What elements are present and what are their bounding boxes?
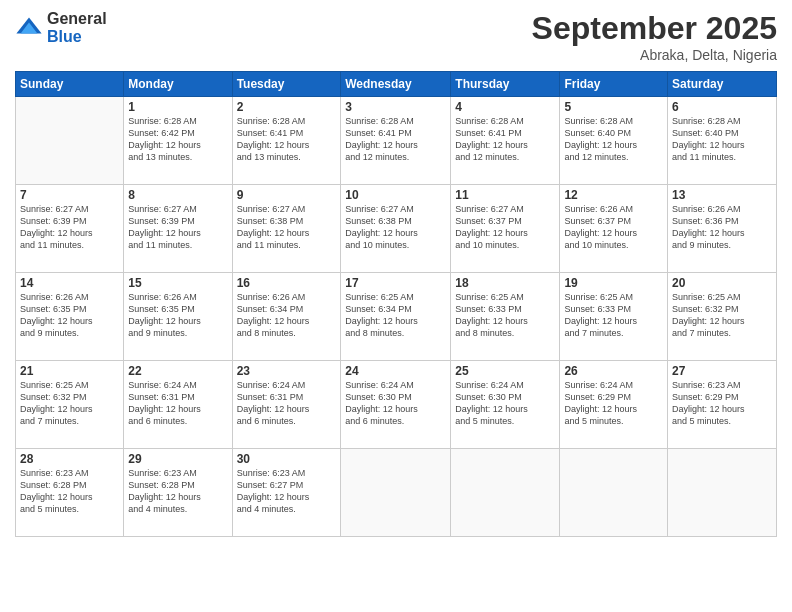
calendar-week-row: 21Sunrise: 6:25 AM Sunset: 6:32 PM Dayli… xyxy=(16,361,777,449)
calendar-day-cell: 7Sunrise: 6:27 AM Sunset: 6:39 PM Daylig… xyxy=(16,185,124,273)
calendar-day-cell: 30Sunrise: 6:23 AM Sunset: 6:27 PM Dayli… xyxy=(232,449,341,537)
calendar-day-cell: 27Sunrise: 6:23 AM Sunset: 6:29 PM Dayli… xyxy=(668,361,777,449)
logo-icon xyxy=(15,14,43,42)
day-info: Sunrise: 6:27 AM Sunset: 6:37 PM Dayligh… xyxy=(455,203,555,252)
day-info: Sunrise: 6:28 AM Sunset: 6:42 PM Dayligh… xyxy=(128,115,227,164)
calendar-day-cell: 15Sunrise: 6:26 AM Sunset: 6:35 PM Dayli… xyxy=(124,273,232,361)
calendar-day-cell: 14Sunrise: 6:26 AM Sunset: 6:35 PM Dayli… xyxy=(16,273,124,361)
location: Abraka, Delta, Nigeria xyxy=(532,47,777,63)
day-number: 2 xyxy=(237,100,337,114)
calendar-day-cell: 2Sunrise: 6:28 AM Sunset: 6:41 PM Daylig… xyxy=(232,97,341,185)
calendar-day-cell: 10Sunrise: 6:27 AM Sunset: 6:38 PM Dayli… xyxy=(341,185,451,273)
day-info: Sunrise: 6:28 AM Sunset: 6:41 PM Dayligh… xyxy=(345,115,446,164)
calendar-day-cell: 3Sunrise: 6:28 AM Sunset: 6:41 PM Daylig… xyxy=(341,97,451,185)
calendar-day-cell: 5Sunrise: 6:28 AM Sunset: 6:40 PM Daylig… xyxy=(560,97,668,185)
calendar-day-cell xyxy=(668,449,777,537)
day-number: 14 xyxy=(20,276,119,290)
day-info: Sunrise: 6:26 AM Sunset: 6:36 PM Dayligh… xyxy=(672,203,772,252)
calendar-day-cell: 17Sunrise: 6:25 AM Sunset: 6:34 PM Dayli… xyxy=(341,273,451,361)
day-number: 8 xyxy=(128,188,227,202)
calendar-day-cell: 25Sunrise: 6:24 AM Sunset: 6:30 PM Dayli… xyxy=(451,361,560,449)
day-number: 4 xyxy=(455,100,555,114)
calendar-header-row: SundayMondayTuesdayWednesdayThursdayFrid… xyxy=(16,72,777,97)
calendar-day-cell: 16Sunrise: 6:26 AM Sunset: 6:34 PM Dayli… xyxy=(232,273,341,361)
day-number: 24 xyxy=(345,364,446,378)
calendar-day-cell: 9Sunrise: 6:27 AM Sunset: 6:38 PM Daylig… xyxy=(232,185,341,273)
calendar-day-header: Sunday xyxy=(16,72,124,97)
day-number: 13 xyxy=(672,188,772,202)
calendar-day-cell: 4Sunrise: 6:28 AM Sunset: 6:41 PM Daylig… xyxy=(451,97,560,185)
day-info: Sunrise: 6:28 AM Sunset: 6:41 PM Dayligh… xyxy=(237,115,337,164)
day-number: 10 xyxy=(345,188,446,202)
day-info: Sunrise: 6:24 AM Sunset: 6:31 PM Dayligh… xyxy=(237,379,337,428)
day-info: Sunrise: 6:25 AM Sunset: 6:32 PM Dayligh… xyxy=(20,379,119,428)
calendar-day-cell xyxy=(560,449,668,537)
calendar-day-cell: 26Sunrise: 6:24 AM Sunset: 6:29 PM Dayli… xyxy=(560,361,668,449)
calendar-week-row: 28Sunrise: 6:23 AM Sunset: 6:28 PM Dayli… xyxy=(16,449,777,537)
day-number: 11 xyxy=(455,188,555,202)
day-number: 29 xyxy=(128,452,227,466)
day-number: 7 xyxy=(20,188,119,202)
calendar-day-cell: 13Sunrise: 6:26 AM Sunset: 6:36 PM Dayli… xyxy=(668,185,777,273)
day-info: Sunrise: 6:26 AM Sunset: 6:35 PM Dayligh… xyxy=(20,291,119,340)
day-info: Sunrise: 6:27 AM Sunset: 6:39 PM Dayligh… xyxy=(20,203,119,252)
day-number: 20 xyxy=(672,276,772,290)
day-info: Sunrise: 6:25 AM Sunset: 6:32 PM Dayligh… xyxy=(672,291,772,340)
calendar-day-cell: 28Sunrise: 6:23 AM Sunset: 6:28 PM Dayli… xyxy=(16,449,124,537)
day-info: Sunrise: 6:24 AM Sunset: 6:29 PM Dayligh… xyxy=(564,379,663,428)
calendar-day-cell: 12Sunrise: 6:26 AM Sunset: 6:37 PM Dayli… xyxy=(560,185,668,273)
calendar-day-header: Saturday xyxy=(668,72,777,97)
calendar-day-header: Tuesday xyxy=(232,72,341,97)
title-section: September 2025 Abraka, Delta, Nigeria xyxy=(532,10,777,63)
calendar-week-row: 1Sunrise: 6:28 AM Sunset: 6:42 PM Daylig… xyxy=(16,97,777,185)
calendar-day-cell: 21Sunrise: 6:25 AM Sunset: 6:32 PM Dayli… xyxy=(16,361,124,449)
calendar-day-cell: 23Sunrise: 6:24 AM Sunset: 6:31 PM Dayli… xyxy=(232,361,341,449)
calendar-day-header: Monday xyxy=(124,72,232,97)
day-number: 9 xyxy=(237,188,337,202)
day-number: 30 xyxy=(237,452,337,466)
day-number: 21 xyxy=(20,364,119,378)
day-number: 22 xyxy=(128,364,227,378)
calendar-day-cell xyxy=(341,449,451,537)
calendar-day-cell: 24Sunrise: 6:24 AM Sunset: 6:30 PM Dayli… xyxy=(341,361,451,449)
calendar-day-cell: 11Sunrise: 6:27 AM Sunset: 6:37 PM Dayli… xyxy=(451,185,560,273)
header: General Blue September 2025 Abraka, Delt… xyxy=(15,10,777,63)
calendar-day-cell: 19Sunrise: 6:25 AM Sunset: 6:33 PM Dayli… xyxy=(560,273,668,361)
day-number: 19 xyxy=(564,276,663,290)
day-info: Sunrise: 6:25 AM Sunset: 6:33 PM Dayligh… xyxy=(455,291,555,340)
calendar-day-cell: 18Sunrise: 6:25 AM Sunset: 6:33 PM Dayli… xyxy=(451,273,560,361)
calendar-day-cell: 8Sunrise: 6:27 AM Sunset: 6:39 PM Daylig… xyxy=(124,185,232,273)
day-info: Sunrise: 6:23 AM Sunset: 6:27 PM Dayligh… xyxy=(237,467,337,516)
day-number: 18 xyxy=(455,276,555,290)
month-title: September 2025 xyxy=(532,10,777,47)
day-info: Sunrise: 6:26 AM Sunset: 6:37 PM Dayligh… xyxy=(564,203,663,252)
day-number: 5 xyxy=(564,100,663,114)
logo-blue-text: Blue xyxy=(47,28,107,46)
day-info: Sunrise: 6:28 AM Sunset: 6:40 PM Dayligh… xyxy=(564,115,663,164)
day-info: Sunrise: 6:24 AM Sunset: 6:31 PM Dayligh… xyxy=(128,379,227,428)
day-number: 17 xyxy=(345,276,446,290)
day-number: 26 xyxy=(564,364,663,378)
logo: General Blue xyxy=(15,10,107,45)
day-info: Sunrise: 6:26 AM Sunset: 6:35 PM Dayligh… xyxy=(128,291,227,340)
day-info: Sunrise: 6:28 AM Sunset: 6:41 PM Dayligh… xyxy=(455,115,555,164)
day-number: 12 xyxy=(564,188,663,202)
logo-text: General Blue xyxy=(47,10,107,45)
day-info: Sunrise: 6:23 AM Sunset: 6:28 PM Dayligh… xyxy=(20,467,119,516)
day-info: Sunrise: 6:25 AM Sunset: 6:33 PM Dayligh… xyxy=(564,291,663,340)
day-number: 16 xyxy=(237,276,337,290)
day-info: Sunrise: 6:23 AM Sunset: 6:29 PM Dayligh… xyxy=(672,379,772,428)
day-info: Sunrise: 6:24 AM Sunset: 6:30 PM Dayligh… xyxy=(455,379,555,428)
logo-general-text: General xyxy=(47,10,107,28)
day-number: 1 xyxy=(128,100,227,114)
calendar-day-header: Wednesday xyxy=(341,72,451,97)
day-info: Sunrise: 6:27 AM Sunset: 6:38 PM Dayligh… xyxy=(345,203,446,252)
calendar-day-cell xyxy=(16,97,124,185)
day-number: 15 xyxy=(128,276,227,290)
day-number: 28 xyxy=(20,452,119,466)
day-info: Sunrise: 6:28 AM Sunset: 6:40 PM Dayligh… xyxy=(672,115,772,164)
calendar-week-row: 7Sunrise: 6:27 AM Sunset: 6:39 PM Daylig… xyxy=(16,185,777,273)
day-info: Sunrise: 6:26 AM Sunset: 6:34 PM Dayligh… xyxy=(237,291,337,340)
calendar-week-row: 14Sunrise: 6:26 AM Sunset: 6:35 PM Dayli… xyxy=(16,273,777,361)
day-number: 6 xyxy=(672,100,772,114)
